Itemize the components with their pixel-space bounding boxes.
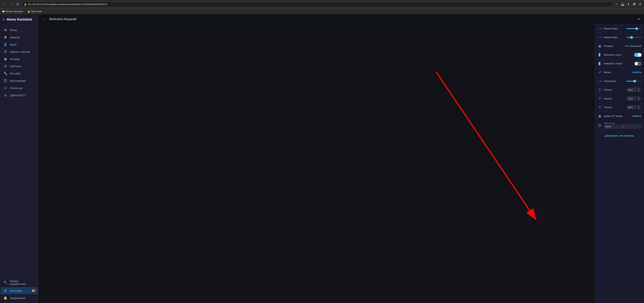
wakeup-select-label: Wake-up page — [604, 122, 642, 124]
extensions-button[interactable]: 🧩 — [632, 2, 636, 6]
history-icon: ▦ — [3, 57, 8, 61]
url-text: 192.168.165.5:8123/config/devices/device… — [28, 3, 611, 6]
firefox-bookmark[interactable]: 🔥 Приступим — [27, 10, 42, 13]
map-icon: 👤 — [3, 42, 8, 46]
timeout-3-unit: s — [641, 106, 642, 109]
timeout-2-icon: ⏱ — [597, 97, 602, 100]
restart-icon: ↺ — [597, 71, 602, 74]
notification-unread-knob — [634, 62, 638, 65]
timeout-1-icon: ⏱ — [597, 88, 602, 92]
add-panel-button[interactable]: ДОБАВИТЬ НА ПАНЕЛЬ — [602, 133, 637, 138]
address-bar[interactable]: 🔒 192.168.165.5:8123/config/devices/devi… — [22, 2, 613, 7]
timeout-3-down-button[interactable]: ▼ — [637, 108, 640, 110]
sidebar-label-file-editor: File editor — [10, 72, 35, 75]
timeout-2-unit: s — [641, 98, 642, 100]
sidebar-item-zigbee[interactable]: ◎ Zigbee2MQTT — [1, 92, 38, 99]
timeout-2-down-button[interactable]: ▼ — [637, 99, 640, 101]
svg-line-1 — [436, 72, 536, 220]
sidebar-item-overview[interactable]: ⊞ Обзор — [1, 26, 38, 34]
sidebar-label-logbook: Журнал событий — [10, 50, 35, 53]
sidebar-item-history[interactable]: ▦ История — [1, 56, 38, 62]
todo-icon: ☑ — [3, 86, 8, 90]
wakeup-select[interactable]: home ▾ — [604, 124, 642, 129]
timeout-1-down-button[interactable]: ▼ — [637, 90, 640, 92]
esphome-icon: ⊟ — [3, 64, 8, 68]
pocket-button[interactable]: 📥 — [620, 2, 625, 6]
sidebar-label-media: Мультимедиа — [10, 79, 35, 82]
panel-row-update-tft: ▣ Update TFT display НАЖАТЬ — [595, 112, 644, 120]
sidebar-label-map: Карта — [10, 43, 35, 46]
sidebar-item-settings[interactable]: ⚙ Настройки 2 — [1, 287, 38, 294]
firmware-icon: ▣ — [597, 44, 602, 48]
sidebar-header: ≡ Home Assistant — [0, 14, 38, 25]
display-bright-1-slider[interactable] — [626, 28, 642, 29]
app-layout: ≡ Home Assistant ⊞ Обзор ⚡ Энергия 👤 Кар… — [0, 14, 644, 303]
sidebar-item-logbook[interactable]: ☰ Журнал событий — [1, 48, 38, 55]
firmware-label: Firmware — [604, 45, 625, 47]
security-icon: 🔒 — [24, 3, 26, 6]
back-nav-button[interactable]: ← — [2, 2, 7, 7]
red-arrow-svg — [38, 24, 595, 303]
sidebar-label-todo: Списки дел — [10, 86, 35, 90]
sidebar-item-file-editor[interactable]: 🔧 File editor — [1, 70, 38, 77]
sidebar-item-notifications[interactable]: 🔔 Уведомления — [1, 294, 38, 302]
notification-unread-toggle[interactable] — [634, 62, 642, 66]
menu-button[interactable]: ☰ — [638, 2, 642, 6]
restart-label: Restart — [604, 71, 632, 74]
timeout-1-unit: s — [641, 89, 642, 91]
page-title: Bedroom-Nspanel — [49, 17, 638, 21]
import-icon: 📁 — [2, 10, 5, 13]
timeout-2-input[interactable] — [626, 96, 636, 101]
temperature-slider-container — [626, 81, 642, 82]
panel-row-display-bright-2: ⟶ Display Bright... — [595, 33, 644, 42]
display-bright-2-label: Display Bright... — [604, 36, 626, 38]
panel-row-wakeup-page: ⬛ Wake-up page home ▾ — [595, 120, 644, 130]
sidebar-title: Home Assistant — [7, 18, 32, 22]
timeout-2-up-button[interactable]: ▲ — [637, 96, 640, 98]
sidebar-label-developer: Панель разработчика — [10, 280, 35, 285]
panel-row-timeout-1: ⏱ Timeout... ▲ ▼ s — [595, 86, 644, 94]
display-bright-2-icon: ⟶ — [597, 36, 602, 39]
notification-unread-icon: ▊ — [597, 62, 602, 65]
update-tft-icon: ▣ — [597, 114, 602, 118]
refresh-nav-button[interactable]: ↻ — [16, 2, 20, 7]
timeout-3-up-button[interactable]: ▲ — [637, 105, 640, 107]
sidebar-item-map[interactable]: 👤 Карта — [1, 41, 38, 48]
notifications-icon: 🔔 — [3, 296, 8, 300]
panel-row-timeout-2: ⏱ Timeout... ▲ ▼ s — [595, 94, 644, 103]
display-bright-2-slider[interactable] — [626, 37, 642, 38]
edit-button[interactable]: ✏ — [638, 17, 641, 21]
sidebar-item-developer[interactable]: 🔨 Панель разработчика — [1, 278, 38, 287]
page-header: ← Bedroom-Nspanel ✏ — [38, 14, 644, 24]
sidebar-nav: ⊞ Обзор ⚡ Энергия 👤 Карта ☰ Журнал событ… — [0, 25, 38, 276]
sidebar-item-media[interactable]: ⬛ Мультимедиа — [1, 77, 38, 84]
import-bookmarks[interactable]: 📁 Импорт закладок... — [2, 10, 24, 13]
sidebar-label-history: История — [10, 58, 35, 60]
device-content: ⟶ Display Bright... ⟶ Display Bright... — [38, 24, 644, 303]
annotation-overlay — [38, 24, 595, 303]
timeout-2-input-container: ▲ ▼ s — [626, 96, 642, 101]
sidebar: ≡ Home Assistant ⊞ Обзор ⚡ Энергия 👤 Кар… — [0, 14, 38, 303]
wakeup-select-container: Wake-up page home ▾ — [604, 122, 642, 129]
update-tft-action-button[interactable]: НАЖАТЬ — [632, 115, 642, 118]
bookmark-star-button[interactable]: ☆ — [615, 2, 618, 6]
temperature-slider[interactable] — [626, 81, 642, 82]
developer-icon: 🔨 — [3, 280, 8, 284]
sidebar-item-todo[interactable]: ☑ Списки дел — [1, 84, 38, 92]
panel-row-display-bright-1: ⟶ Display Bright... — [595, 24, 644, 33]
hamburger-button[interactable]: ≡ — [3, 18, 5, 22]
download-button[interactable]: ⬇ — [627, 2, 630, 6]
timeout-3-input-container: ▲ ▼ s — [626, 105, 642, 110]
timeout-3-input[interactable] — [626, 105, 636, 110]
sidebar-item-esphome[interactable]: ⊟ ESPHome — [1, 63, 38, 70]
sidebar-item-energy[interactable]: ⚡ Энергия — [1, 34, 38, 41]
timeout-1-input[interactable] — [626, 88, 636, 92]
notification-sound-toggle[interactable] — [634, 53, 642, 57]
panel-row-notification-sound: ▊ Notification sound — [595, 50, 644, 59]
page-back-button[interactable]: ← — [42, 16, 46, 22]
panel-row-timeout-3: ⏱ Timeout... ▲ ▼ s — [595, 103, 644, 112]
restart-action-button[interactable]: НАЖАТЬ — [632, 71, 642, 74]
timeout-1-up-button[interactable]: ▲ — [637, 88, 640, 90]
forward-nav-button[interactable]: → — [9, 2, 14, 7]
sidebar-label-settings: Настройки — [10, 289, 30, 292]
